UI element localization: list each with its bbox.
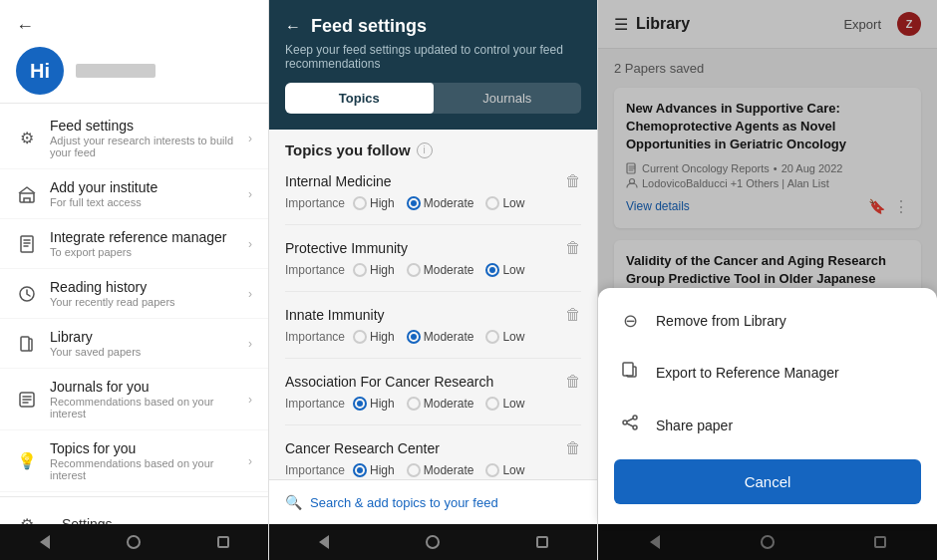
feed-settings-icon: ⚙ (16, 128, 38, 149)
export-to-reference-manager-option[interactable]: Export to Reference Manager (598, 346, 937, 399)
radio-low[interactable]: Low (485, 263, 524, 277)
chevron-icon: › (248, 393, 252, 407)
topic-name: Protective Immunity (285, 240, 408, 256)
tab-topics[interactable]: Topics (285, 83, 434, 114)
radio-text: Moderate (424, 330, 474, 344)
feed-tab-bar: Topics Journals (285, 83, 581, 114)
android-nav-bar (0, 524, 268, 560)
radio-text: High (370, 330, 395, 344)
search-footer-text: Search & add topics to your feed (310, 495, 498, 510)
feed-content: Topics you follow i Internal Medicine 🗑 … (269, 130, 597, 479)
importance-label: Importance (285, 463, 345, 477)
android-back-btn[interactable] (35, 532, 55, 552)
android-back-btn[interactable] (314, 532, 334, 552)
android-home-btn[interactable] (423, 532, 443, 552)
radio-low[interactable]: Low (485, 463, 524, 477)
radio-circle-selected (407, 196, 421, 210)
nav-text: Topics for you Recommendations based on … (50, 440, 248, 481)
radio-moderate[interactable]: Moderate (407, 263, 474, 277)
remove-from-library-option[interactable]: ⊖ Remove from Library (598, 296, 937, 346)
topic-header: Protective Immunity 🗑 (285, 239, 581, 257)
topic-name: Internal Medicine (285, 173, 392, 189)
radio-high[interactable]: High (353, 263, 395, 277)
topic-header: Association For Cancer Research 🗑 (285, 373, 581, 391)
nav-text: Journals for you Recommendations based o… (50, 379, 248, 420)
radio-high[interactable]: High (353, 463, 395, 477)
nav-title: Topics for you (50, 440, 248, 456)
radio-circle (353, 196, 367, 210)
nav-text: Feed settings Adjust your research inter… (50, 118, 248, 158)
radio-moderate[interactable]: Moderate (407, 397, 474, 411)
delete-topic-icon[interactable]: 🗑 (565, 373, 581, 391)
radio-moderate[interactable]: Moderate (407, 463, 474, 477)
nav-title: Integrate reference manager (50, 229, 248, 245)
share-paper-option[interactable]: Share paper (598, 399, 937, 451)
user-name-placeholder (76, 64, 156, 78)
radio-text: Moderate (424, 397, 474, 411)
bottom-action-sheet: ⊖ Remove from Library Export to Referenc… (598, 288, 937, 524)
radio-low[interactable]: Low (485, 397, 524, 411)
delete-topic-icon[interactable]: 🗑 (565, 239, 581, 257)
importance-row: Importance High Moderate Low (285, 397, 581, 411)
radio-moderate[interactable]: Moderate (407, 330, 474, 344)
remove-icon: ⊖ (618, 310, 642, 332)
journals-icon (16, 389, 38, 411)
radio-high[interactable]: High (353, 397, 395, 411)
radio-low[interactable]: Low (485, 196, 524, 210)
nav-item-reading-history[interactable]: Reading history Your recently read paper… (0, 269, 268, 319)
radio-circle (407, 463, 421, 477)
nav-item-reference-manager[interactable]: Integrate reference manager To export pa… (0, 219, 268, 269)
delete-topic-icon[interactable]: 🗑 (565, 172, 581, 190)
nav-item-library[interactable]: Library Your saved papers › (0, 319, 268, 369)
nav-subtitle: Your recently read papers (50, 296, 248, 308)
topics-icon: 💡 (16, 450, 38, 472)
android-nav-bar-middle (269, 524, 597, 560)
feed-back-arrow-icon[interactable]: ← (285, 18, 301, 36)
radio-circle (407, 263, 421, 277)
radio-moderate[interactable]: Moderate (407, 196, 474, 210)
radio-high[interactable]: High (353, 330, 395, 344)
radio-circle-selected (407, 330, 421, 344)
info-icon[interactable]: i (417, 142, 433, 158)
share-paper-icon (618, 413, 642, 437)
nav-item-topics[interactable]: 💡 Topics for you Recommendations based o… (0, 430, 268, 492)
radio-text: Low (502, 330, 524, 344)
nav-item-settings[interactable]: ⚙ Settings (0, 501, 268, 524)
radio-circle-selected (353, 397, 367, 411)
radio-high[interactable]: High (353, 196, 395, 210)
nav-item-institute[interactable]: Add your institute For full text access … (0, 169, 268, 219)
radio-text: Moderate (424, 463, 474, 477)
chevron-icon: › (248, 337, 252, 351)
tab-journals[interactable]: Journals (434, 83, 582, 114)
nav-item-feed-settings[interactable]: ⚙ Feed settings Adjust your research int… (0, 108, 268, 169)
radio-circle (485, 397, 499, 411)
radio-text: High (370, 263, 395, 277)
back-arrow-icon[interactable]: ← (16, 16, 252, 37)
topics-header: Topics you follow i (285, 141, 581, 158)
importance-row: Importance High Moderate Low (285, 463, 581, 477)
institute-icon (16, 183, 38, 205)
radio-text: Low (502, 463, 524, 477)
reference-manager-icon (16, 233, 38, 255)
radio-low[interactable]: Low (485, 330, 524, 344)
remove-label: Remove from Library (656, 313, 786, 329)
importance-label: Importance (285, 263, 345, 277)
importance-row: Importance High Moderate Low (285, 330, 581, 344)
radio-text: Low (502, 196, 524, 210)
radio-circle (485, 330, 499, 344)
android-home-btn[interactable] (124, 532, 144, 552)
user-row: Hi (16, 47, 252, 95)
nav-text: Integrate reference manager To export pa… (50, 229, 248, 258)
avatar: Hi (16, 47, 64, 95)
android-recents-btn[interactable] (532, 532, 552, 552)
cancel-button[interactable]: Cancel (614, 459, 921, 504)
delete-topic-icon[interactable]: 🗑 (565, 306, 581, 324)
svg-point-10 (633, 416, 637, 420)
delete-topic-icon[interactable]: 🗑 (565, 439, 581, 457)
radio-circle (485, 196, 499, 210)
radio-text: Moderate (424, 196, 474, 210)
android-recents-btn[interactable] (213, 532, 233, 552)
search-add-topics-footer[interactable]: 🔍 Search & add topics to your feed (269, 479, 597, 524)
topic-item-cancer-research: Association For Cancer Research 🗑 Import… (285, 373, 581, 425)
nav-item-journals[interactable]: Journals for you Recommendations based o… (0, 369, 268, 430)
